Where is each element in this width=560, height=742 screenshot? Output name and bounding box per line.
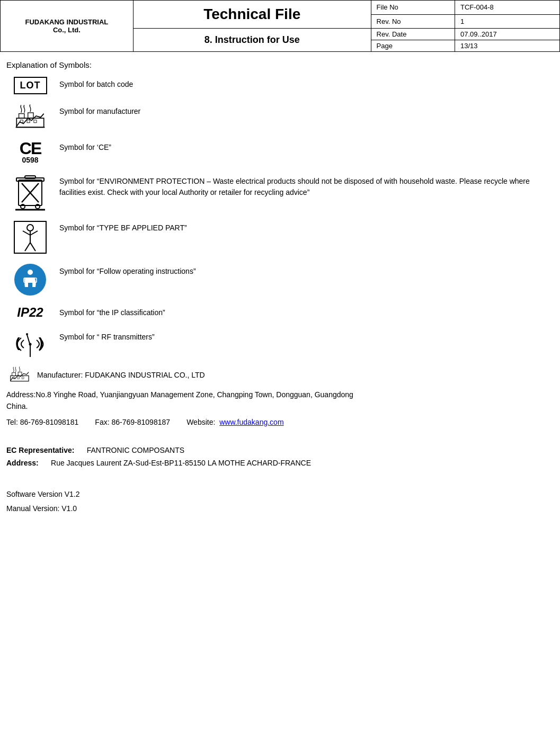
ip22-text: IP22 <box>17 305 43 320</box>
fax: Fax: 86-769-81098187 <box>95 418 170 426</box>
svg-rect-4 <box>27 120 30 123</box>
svg-point-23 <box>28 270 33 275</box>
lot-icon: LOT <box>6 77 54 94</box>
symbol-row-bf: Symbol for “TYPE BF APPLIED PART” <box>6 220 554 254</box>
software-block: Software Version V1.2 Manual Version: V1… <box>6 487 554 515</box>
explanation-title: Explanation of Symbols: <box>6 60 554 69</box>
weee-icon <box>6 174 54 211</box>
svg-text:): ) <box>39 335 43 351</box>
svg-line-20 <box>25 243 30 251</box>
website-link[interactable]: www.fudakang.com <box>219 418 283 426</box>
svg-line-19 <box>30 231 38 235</box>
ec-representative-line: EC Representative: FANTRONIC COMPOSANTS <box>6 444 554 457</box>
svg-line-18 <box>23 231 30 235</box>
svg-point-32 <box>29 343 32 346</box>
contact-row: Tel: 86-769-81098181 Fax: 86-769-8109818… <box>6 418 554 426</box>
rf-description: Symbol for “ RF transmitters” <box>54 329 554 343</box>
symbol-row-weee: Symbol for “ENVIRONMENT PROTECTION – Was… <box>6 174 554 211</box>
svg-rect-33 <box>11 376 29 381</box>
follow-description: Symbol for “Follow operating instruction… <box>54 264 554 277</box>
address-block: Address:No.8 Yinghe Road, Yuanjiangyuan … <box>6 389 554 413</box>
website-label: Website: <box>186 418 215 426</box>
ec-address-value: Rue Jacques Laurent ZA-Sud-Est-BP11-8515… <box>51 459 311 467</box>
tel: Tel: 86-769-81098181 <box>6 418 78 426</box>
ce-description: Symbol for ‘CE” <box>54 140 554 153</box>
manufacturer-small-icon <box>6 366 33 383</box>
symbol-row-follow: Symbol for “Follow operating instruction… <box>6 264 554 296</box>
software-version: Software Version V1.2 <box>6 487 554 502</box>
main-content: Explanation of Symbols: LOT Symbol for b… <box>0 52 560 522</box>
follow-icon <box>6 264 54 296</box>
ce-icon: CE 0598 <box>6 140 54 164</box>
manual-version: Manual Version: V1.0 <box>6 502 554 516</box>
svg-rect-37 <box>17 377 19 379</box>
svg-point-29 <box>26 333 28 335</box>
ec-block: EC Representative: FANTRONIC COMPOSANTS … <box>6 444 554 470</box>
svg-line-21 <box>30 243 35 251</box>
lot-box: LOT <box>14 77 47 94</box>
address-line1: Address:No.8 Yinghe Road, Yuanjiangyuan … <box>6 389 554 400</box>
ec-rep-value: FANTRONIC COMPOSANTS <box>87 446 184 454</box>
manufacturer-icon <box>6 104 54 130</box>
manufacturer-text: Manufacturer: FUDAKANG INDUSTRIAL CO., L… <box>33 371 205 379</box>
svg-rect-2 <box>28 113 33 118</box>
ec-address-line: Address: Rue Jacques Laurent ZA-Sud-Est-… <box>6 457 554 470</box>
manufacturer-description: Symbol for manufacturer <box>54 104 554 117</box>
ec-rep-label: EC Representative: <box>6 446 74 454</box>
ce-number: 0598 <box>22 156 38 164</box>
svg-rect-5 <box>34 120 37 123</box>
address-line2: China. <box>6 400 554 412</box>
ec-address-label: Address: <box>6 459 39 467</box>
svg-rect-9 <box>25 176 35 178</box>
svg-rect-38 <box>22 377 24 379</box>
svg-text:(: ( <box>15 335 20 351</box>
symbol-row-manufacturer: Symbol for manufacturer <box>6 104 554 130</box>
symbol-row-rf: ( ) Symbol for “ RF transmitters” <box>6 329 554 357</box>
header-table: FUDAKANG INDUSTRIALCo., Ltd. Technical F… <box>0 0 560 52</box>
lot-description: Symbol for batch code <box>54 77 554 90</box>
svg-rect-1 <box>19 114 24 119</box>
symbol-row-ip22: IP22 Symbol for “the IP classification” <box>6 305 554 320</box>
svg-rect-34 <box>12 373 16 376</box>
ip22-icon: IP22 <box>6 305 54 320</box>
ip22-description: Symbol for “the IP classification” <box>54 305 554 318</box>
bf-icon <box>6 220 54 254</box>
symbol-row-ce: CE 0598 Symbol for ‘CE” <box>6 140 554 164</box>
weee-description: Symbol for “ENVIRONMENT PROTECTION – Was… <box>54 174 554 198</box>
svg-point-16 <box>27 225 33 231</box>
rf-icon: ( ) <box>6 329 54 357</box>
manufacturer-row: Manufacturer: FUDAKANG INDUSTRIAL CO., L… <box>6 366 554 383</box>
bf-description: Symbol for “TYPE BF APPLIED PART” <box>54 220 554 234</box>
symbol-row-lot: LOT Symbol for batch code <box>6 77 554 94</box>
ce-mark-text: CE <box>20 140 41 157</box>
